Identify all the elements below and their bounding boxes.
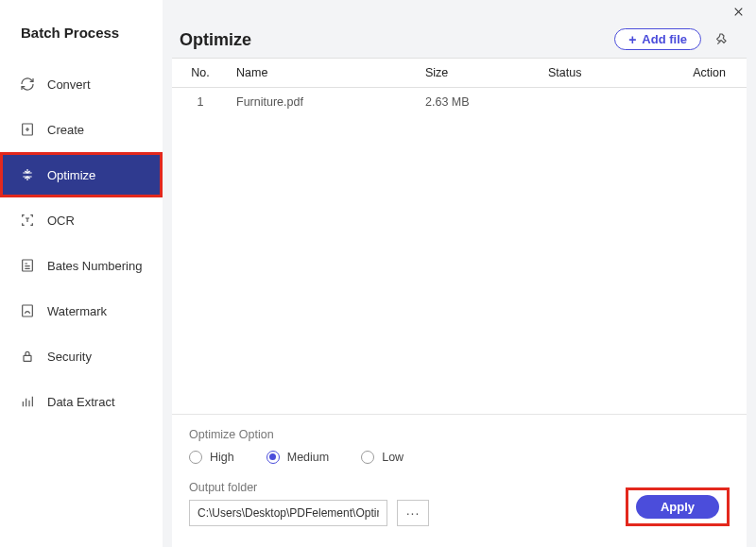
plus-icon: + bbox=[628, 33, 636, 46]
convert-icon bbox=[19, 76, 36, 93]
sidebar-item-label: Convert bbox=[47, 77, 91, 92]
sidebar-item-label: Watermark bbox=[47, 304, 107, 318]
table-row[interactable]: 1 Furniture.pdf 2.63 MB bbox=[172, 88, 747, 116]
table-body: 1 Furniture.pdf 2.63 MB bbox=[172, 88, 747, 414]
sidebar-item-optimize[interactable]: Optimize bbox=[0, 152, 163, 197]
sidebar: Batch Process Convert Create Optimize OC… bbox=[0, 0, 163, 547]
page-title: Optimize bbox=[180, 30, 251, 50]
col-header-name: Name bbox=[229, 66, 418, 79]
radio-circle-icon bbox=[266, 451, 280, 464]
main-panel: Optimize + Add file No. Name Size Status… bbox=[163, 0, 756, 547]
radio-circle-icon bbox=[361, 451, 374, 464]
sidebar-item-label: Bates Numbering bbox=[47, 259, 142, 273]
optimize-option-label: Optimize Option bbox=[189, 428, 730, 441]
create-icon bbox=[19, 121, 36, 138]
browse-button[interactable]: ··· bbox=[397, 500, 429, 526]
output-folder-label: Output folder bbox=[189, 481, 429, 494]
sidebar-item-convert[interactable]: Convert bbox=[0, 61, 163, 107]
bottom-panel: Optimize Option High Medium Low Output f… bbox=[172, 414, 747, 547]
svg-rect-2 bbox=[23, 305, 33, 316]
watermark-icon bbox=[19, 302, 36, 319]
apply-highlight: Apply bbox=[626, 487, 730, 526]
add-file-button[interactable]: + Add file bbox=[614, 28, 701, 50]
pin-icon[interactable] bbox=[714, 32, 730, 47]
radio-label: High bbox=[210, 451, 234, 464]
cell-size: 2.63 MB bbox=[418, 95, 541, 109]
col-header-no: No. bbox=[172, 66, 229, 79]
col-header-status: Status bbox=[541, 66, 644, 79]
output-row: Output folder ··· Apply bbox=[189, 481, 730, 526]
sidebar-item-label: Create bbox=[47, 123, 84, 137]
col-header-size: Size bbox=[418, 66, 541, 79]
cell-no: 1 bbox=[172, 95, 229, 109]
output-left: Output folder ··· bbox=[189, 481, 429, 526]
radio-label: Low bbox=[382, 451, 404, 464]
sidebar-item-label: Security bbox=[47, 350, 92, 364]
header-actions: + Add file bbox=[614, 28, 730, 50]
radio-label: Medium bbox=[287, 451, 329, 464]
sidebar-item-bates[interactable]: Bates Numbering bbox=[0, 243, 163, 288]
optimize-icon bbox=[19, 166, 36, 183]
sidebar-item-data-extract[interactable]: Data Extract bbox=[0, 379, 163, 424]
lock-icon bbox=[19, 348, 36, 365]
main-header: Optimize + Add file bbox=[163, 0, 756, 58]
sidebar-item-create[interactable]: Create bbox=[0, 107, 163, 152]
svg-rect-1 bbox=[23, 260, 33, 271]
radio-circle-icon bbox=[189, 451, 202, 464]
app-root: Batch Process Convert Create Optimize OC… bbox=[0, 0, 756, 547]
sidebar-item-watermark[interactable]: Watermark bbox=[0, 288, 163, 333]
sidebar-title: Batch Process bbox=[0, 0, 163, 61]
sidebar-item-label: OCR bbox=[47, 214, 75, 228]
svg-rect-3 bbox=[24, 355, 31, 361]
sidebar-item-security[interactable]: Security bbox=[0, 333, 163, 379]
radio-low[interactable]: Low bbox=[361, 451, 404, 464]
radio-medium[interactable]: Medium bbox=[266, 451, 329, 464]
file-table: No. Name Size Status Action 1 Furniture.… bbox=[172, 58, 747, 414]
output-folder-input[interactable] bbox=[189, 500, 387, 526]
apply-button[interactable]: Apply bbox=[636, 495, 719, 519]
sidebar-item-label: Optimize bbox=[47, 168, 95, 182]
table-header: No. Name Size Status Action bbox=[172, 58, 747, 88]
data-extract-icon bbox=[19, 393, 36, 410]
add-file-label: Add file bbox=[642, 32, 687, 46]
bates-icon bbox=[19, 257, 36, 274]
close-icon[interactable] bbox=[732, 6, 745, 18]
ocr-icon bbox=[19, 212, 36, 229]
col-header-action: Action bbox=[644, 66, 747, 79]
radio-high[interactable]: High bbox=[189, 451, 234, 464]
cell-name: Furniture.pdf bbox=[229, 95, 418, 109]
sidebar-item-label: Data Extract bbox=[47, 395, 115, 409]
output-controls: ··· bbox=[189, 500, 429, 526]
optimize-options: High Medium Low bbox=[189, 451, 730, 464]
sidebar-item-ocr[interactable]: OCR bbox=[0, 197, 163, 243]
topbar bbox=[732, 6, 745, 18]
